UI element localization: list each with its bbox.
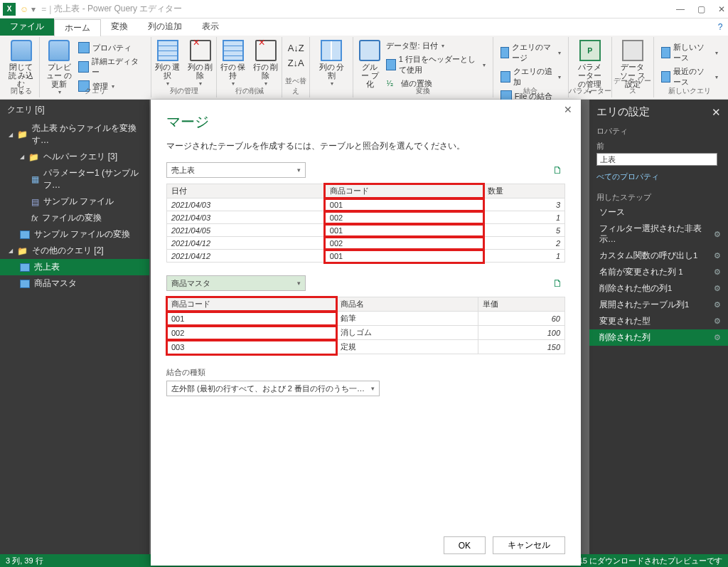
tab-addcolumn[interactable]: 列の追加 (138, 18, 192, 36)
tree-folder-helper[interactable]: ◢📁ヘルパー クエリ [3] (0, 149, 149, 165)
properties-button[interactable]: プロパティ (75, 41, 146, 54)
close-load-icon (11, 40, 32, 61)
merge-queries-button[interactable]: クエリのマージ▾ (498, 41, 564, 64)
group-close: 閉じる (3, 86, 39, 96)
new-source-button[interactable]: 新しいソース▾ (658, 41, 721, 64)
status-left: 3 列, 39 行 (6, 556, 43, 566)
gear-icon[interactable]: ⚙ (714, 317, 721, 326)
append-icon (500, 71, 510, 83)
split-icon (321, 40, 342, 61)
recent-sources-button[interactable]: 最近のソース▾ (658, 65, 721, 88)
title-bar: X ☺ ▾ = | 売上表 - Power Query エディター — ▢ ✕ (0, 0, 728, 18)
recent-icon (661, 71, 670, 83)
tab-view[interactable]: 表示 (192, 18, 229, 36)
join-kind-label: 結合の種類 (166, 367, 565, 378)
applied-step[interactable]: フィルター選択された非表示…⚙ (589, 221, 728, 248)
group-icon (359, 40, 380, 61)
folder-icon: 📁 (28, 152, 39, 162)
group-rows: 行の削減 (217, 86, 282, 96)
remove-rows-button[interactable]: 行の 削除▾ (250, 38, 282, 90)
remove-columns-button[interactable]: 列の 削除▾ (185, 38, 216, 90)
table-icon (20, 280, 30, 288)
append-queries-button[interactable]: クエリの追加▾ (498, 65, 564, 88)
gear-icon[interactable]: ⚙ (714, 300, 721, 309)
tree-item-sales[interactable]: 売上表 (0, 259, 149, 275)
status-right: 13:15 にダウンロードされたプレビューです (567, 556, 722, 566)
applied-step[interactable]: 展開されたテーブル列1⚙ (589, 297, 728, 313)
primary-preview-table[interactable]: 日付商品コード数量2021/04/0300132021/04/030021202… (166, 184, 565, 263)
merge-icon (500, 47, 510, 58)
remove-columns-icon (190, 40, 211, 61)
primary-table-dropdown[interactable]: 売上表▾ (166, 162, 306, 178)
maximize-button[interactable]: ▢ (697, 4, 705, 14)
tab-home[interactable]: ホーム (54, 19, 101, 36)
minimize-button[interactable]: — (676, 4, 685, 14)
dialog-close-button[interactable]: ✕ (564, 104, 572, 115)
query-settings-panel: エリの設定✕ ロパティ 前 べてのプロパティ 用したステップ ソースフィルター選… (589, 100, 728, 554)
help-icon[interactable]: ? (712, 18, 728, 36)
datasource-icon (622, 40, 643, 61)
gear-icon[interactable]: ⚙ (714, 284, 721, 293)
sort-asc-button[interactable]: A↓Z (288, 43, 304, 53)
queries-panel: クエリ [6] ◢📁売上表 からファイルを変換す… ◢📁ヘルパー クエリ [3]… (0, 100, 149, 554)
group-newquery: 新しいクエリ (654, 86, 725, 96)
keep-rows-button[interactable]: 行の 保持▾ (218, 38, 249, 90)
steps-label: 用したステップ (589, 188, 728, 204)
group-by-button[interactable]: グルー プ化 (358, 38, 382, 90)
tab-transform[interactable]: 変換 (101, 18, 138, 36)
split-column-button[interactable]: 列の 分割▾ (316, 38, 347, 90)
smiley-icon: ☺ (20, 4, 28, 14)
refresh-icon (48, 40, 70, 61)
gear-icon[interactable]: ⚙ (714, 251, 721, 260)
separator: = (41, 4, 46, 14)
tree-item-sampletrans[interactable]: サンプル ファイルの変換 (0, 226, 149, 243)
applied-step[interactable]: カスタム関数の呼び出し1⚙ (589, 248, 728, 264)
dialog-title: マージ (166, 112, 565, 132)
query-name-input[interactable] (596, 153, 717, 166)
gear-icon[interactable]: ⚙ (714, 333, 721, 342)
param-icon: ▦ (31, 174, 39, 184)
advanced-editor-button[interactable]: 詳細エディター (75, 55, 146, 78)
choose-columns-button[interactable]: 列の 選択▾ (152, 38, 183, 90)
keep-rows-icon (223, 40, 244, 61)
applied-step[interactable]: 変更された型⚙ (589, 313, 728, 329)
all-properties-link[interactable]: べてのプロパティ (589, 170, 728, 188)
remove-rows-icon (255, 40, 277, 61)
applied-step[interactable]: 削除された列⚙ (589, 329, 728, 346)
applied-step[interactable]: 削除された他の列1⚙ (589, 280, 728, 297)
editor-icon (78, 61, 89, 73)
close-window-button[interactable]: ✕ (718, 4, 725, 14)
secondary-table-dropdown[interactable]: 商品マスタ▾ (166, 275, 306, 291)
applied-step[interactable]: 名前が変更された列 1⚙ (589, 264, 728, 280)
folder-icon: 📁 (17, 129, 28, 139)
table-icon (20, 263, 30, 272)
table-icon (20, 230, 30, 239)
data-type-button[interactable]: データ型: 日付▾ (383, 40, 488, 52)
gear-icon[interactable]: ⚙ (714, 267, 721, 277)
tree-item-samplefile[interactable]: ▤サンプル ファイル (0, 194, 149, 210)
tree-item-fileconv[interactable]: fxファイルの変換 (0, 210, 149, 226)
gear-icon[interactable]: ⚙ (714, 230, 721, 239)
file-icon: ▤ (31, 197, 39, 207)
tree-folder-other[interactable]: ◢📁その他のクエリ [2] (0, 243, 149, 259)
ribbon-tabs: ファイル ホーム 変換 列の追加 表示 ? (0, 18, 728, 36)
dropdown-icon[interactable]: ▾ (31, 4, 36, 14)
sheet-icon: 🗋 (552, 164, 562, 176)
sheet-icon: 🗋 (552, 277, 562, 289)
group-combine: 結合 (493, 86, 568, 96)
secondary-preview-table[interactable]: 商品コード商品名単価001鉛筆60002消しゴム100003定規150 (166, 297, 565, 354)
tree-item-master[interactable]: 商品マスタ (0, 275, 149, 292)
tree-item-param1[interactable]: ▦パラメーター1 (サンプル フ… (0, 165, 149, 194)
join-kind-dropdown[interactable]: 左外部 (最初の行すべて、および 2 番目の行のうち一…▾ (166, 381, 380, 396)
cancel-button[interactable]: キャンセル (493, 536, 565, 554)
close-settings-button[interactable]: ✕ (712, 106, 721, 119)
group-datasource: データ ソース (612, 76, 653, 96)
sort-desc-button[interactable]: Z↓A (288, 58, 304, 68)
properties-icon (78, 42, 90, 53)
tree-folder-transform[interactable]: ◢📁売上表 からファイルを変換す… (0, 120, 149, 149)
applied-step[interactable]: ソース (589, 204, 728, 221)
group-columns: 列の管理 (151, 86, 216, 96)
first-row-header-button[interactable]: 1 行目をヘッダーとして使用▾ (383, 53, 488, 76)
tab-file[interactable]: ファイル (0, 18, 54, 36)
ok-button[interactable]: OK (444, 536, 486, 554)
